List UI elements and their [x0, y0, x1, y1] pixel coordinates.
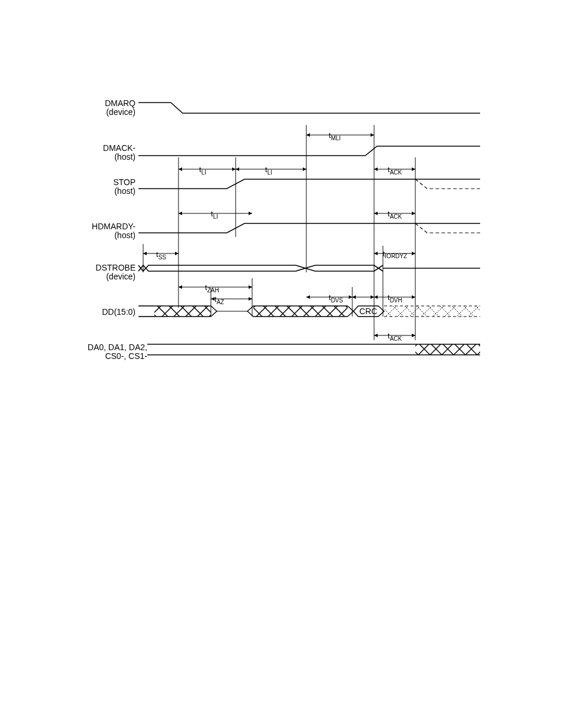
t-dvs: tDVS	[329, 293, 343, 304]
t-az: tAZ	[214, 295, 224, 305]
signal-stop-label: STOP (host)	[71, 178, 135, 196]
svg-rect-12	[154, 306, 211, 317]
timing-diagram: DMARQ (device) DMACK- (host) STOP (host)…	[77, 95, 480, 390]
t-mli: tMLI	[329, 131, 340, 141]
svg-rect-19	[384, 306, 480, 317]
svg-rect-24	[415, 344, 480, 355]
t-li-3: tLI	[211, 209, 218, 220]
t-ack-2: tACK	[388, 209, 402, 220]
signal-dmarq-label: DMARQ (device)	[71, 99, 135, 117]
t-dvh: tDVH	[388, 293, 402, 304]
t-zah: tZAH	[205, 283, 219, 294]
t-ack-3: tACK	[388, 331, 402, 342]
signal-dstrobe-label: DSTROBE (device)	[71, 263, 135, 282]
svg-rect-16	[253, 306, 348, 317]
signal-addr-label: DA0, DA1, DA2, CS0-, CS1-	[71, 343, 147, 361]
t-ack-1: tACK	[388, 165, 402, 176]
signal-hdmardy-label: HDMARDY- (host)	[71, 222, 135, 241]
t-ss: tSS	[156, 250, 166, 261]
signal-dd-label: DD(15:0)	[71, 308, 135, 317]
signal-dmack-label: DMACK- (host)	[71, 144, 135, 162]
t-li-2: tLI	[265, 165, 272, 176]
crc-label: CRC	[359, 307, 377, 316]
t-iordyz: tIORDYZ	[383, 250, 407, 259]
t-li-1: tLI	[199, 165, 206, 176]
